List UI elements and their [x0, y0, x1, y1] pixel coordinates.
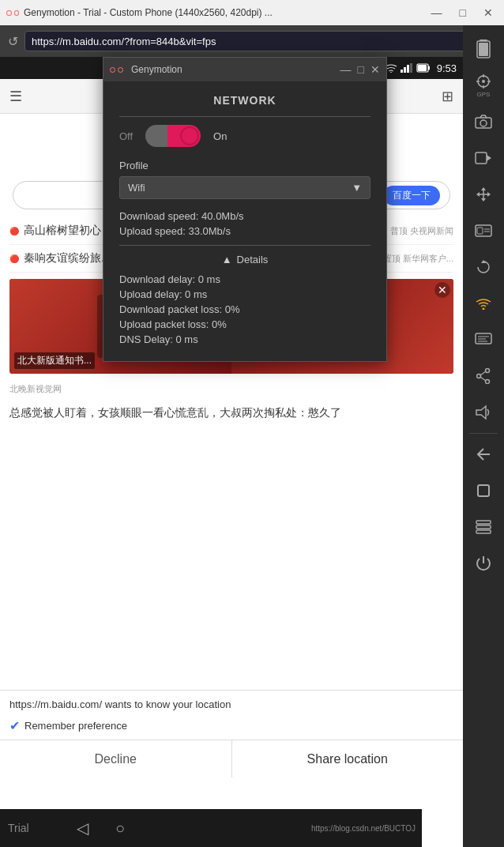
network-section-title: NETWORK — [119, 94, 370, 107]
bottom-url-area: https://blog.csdn.net/BUCTOJ — [139, 824, 422, 833]
status-icons: 9:53 — [385, 62, 457, 74]
svg-rect-39 — [476, 530, 491, 533]
svg-rect-19 — [476, 225, 491, 236]
details-toggle-button[interactable]: ▲ Details — [119, 254, 370, 265]
remember-preference-label: Remember preference — [24, 720, 127, 732]
hardware-overview-icon[interactable] — [466, 510, 501, 544]
gps-label: GPS — [477, 91, 491, 98]
svg-rect-41 — [401, 70, 403, 73]
network-toggle-row: Off On — [119, 125, 370, 147]
window-controls: — □ ✕ — [427, 5, 498, 21]
back-button[interactable]: ◁ — [63, 809, 101, 847]
home-button[interactable]: ○ — [101, 809, 139, 847]
long-news-item[interactable]: 总感觉被人盯着，女孩顺眼一看心慌意乱，大叔两次掏私处：憨久了 — [0, 398, 463, 427]
circle-icon-2 — [14, 10, 20, 16]
tabs-grid-icon[interactable]: ⊞ — [442, 88, 453, 105]
image-news-close-button[interactable]: ✕ — [434, 282, 450, 298]
svg-line-33 — [480, 377, 486, 381]
battery-status-icon — [416, 63, 431, 73]
volume-icon[interactable] — [466, 395, 501, 430]
reload-icon[interactable]: ↺ — [8, 34, 18, 49]
battery-icon[interactable] — [466, 32, 501, 66]
profile-label: Profile — [119, 160, 370, 171]
download-speed-label: Download speed: 40.0Mb/s — [119, 210, 370, 222]
id-card-icon[interactable] — [466, 213, 501, 248]
url-text: https://m.baidu.com/?from=844b&vit=fps — [32, 36, 216, 47]
svg-point-4 — [482, 80, 485, 83]
svg-point-40 — [390, 72, 392, 73]
svg-rect-46 — [428, 66, 430, 70]
share-location-button[interactable]: Share location — [232, 740, 464, 777]
close-window-button[interactable]: ✕ — [479, 5, 498, 21]
minimize-button[interactable]: — — [427, 5, 447, 21]
details-section: Download delay: 0 ms Upload delay: 0 ms … — [119, 273, 370, 345]
details-arrow-icon: ▲ — [222, 254, 232, 265]
remember-preference-row[interactable]: ✔ Remember preference — [0, 715, 463, 740]
toggle-off-label: Off — [119, 130, 133, 142]
hardware-home-icon[interactable] — [466, 473, 501, 508]
network-wifi-icon[interactable] — [466, 286, 501, 321]
gps-icon[interactable]: GPS — [466, 68, 501, 103]
network-toggle[interactable] — [145, 125, 201, 147]
decline-button[interactable]: Decline — [0, 740, 232, 777]
bottom-nav-bar: Trial ◁ ○ https://blog.csdn.net/BUCTOJ — [0, 809, 422, 847]
sidebar-divider — [469, 433, 498, 434]
svg-marker-12 — [487, 155, 491, 161]
clock-display: 9:53 — [437, 62, 457, 74]
image-news-source: 北晚新视觉网 — [0, 380, 463, 398]
svg-rect-44 — [410, 63, 412, 73]
network-dialog: Genymotion — □ ✕ NETWORK Off On Profile … — [103, 57, 387, 362]
upload-speed-label: Upload speed: 33.0Mb/s — [119, 225, 370, 237]
svg-point-10 — [480, 120, 487, 126]
dialog-app-name: Genymotion — [131, 64, 336, 75]
power-icon[interactable] — [466, 546, 501, 581]
svg-marker-17 — [476, 192, 480, 197]
video-icon[interactable] — [466, 141, 501, 175]
hamburger-menu-icon[interactable]: ☰ — [9, 88, 22, 105]
svg-rect-42 — [404, 67, 406, 73]
profile-section: Profile Wifi ▼ — [119, 160, 370, 199]
trial-label-area: Trial — [0, 822, 63, 834]
camera-icon[interactable] — [466, 104, 501, 139]
bottom-url-text: https://blog.csdn.net/BUCTOJ — [311, 824, 416, 833]
maximize-button[interactable]: □ — [455, 5, 471, 21]
messages-icon[interactable] — [466, 322, 501, 357]
window-title-bar: Genymotion - Trial - Custom Phone (1440x… — [0, 0, 504, 25]
toggle-on-label: On — [213, 130, 227, 142]
upload-packet-loss-label: Upload packet loss: 0% — [119, 318, 370, 330]
dialog-title-icons — [110, 67, 123, 73]
circle-icon-1 — [6, 10, 12, 16]
svg-rect-43 — [407, 65, 409, 73]
svg-rect-11 — [476, 152, 487, 164]
dialog-close-button[interactable]: ✕ — [370, 63, 380, 76]
news-red-icon-1: 🔴 — [9, 227, 19, 235]
svg-marker-15 — [481, 187, 486, 190]
dialog-divider-1 — [119, 116, 370, 117]
speed-info: Download speed: 40.0Mb/s Upload speed: 3… — [119, 210, 370, 237]
svg-rect-38 — [476, 525, 491, 529]
url-box[interactable]: https://m.baidu.com/?from=844b&vit=fps — [24, 31, 496, 51]
svg-rect-47 — [418, 65, 427, 71]
dialog-circle-1 — [110, 67, 115, 73]
download-delay-label: Download delay: 0 ms — [119, 273, 370, 285]
address-bar: ↺ https://m.baidu.com/?from=844b&vit=fps — [0, 25, 504, 57]
move-icon[interactable] — [466, 177, 501, 212]
profile-dropdown[interactable]: Wifi ▼ — [119, 176, 370, 199]
location-message: https://m.baidu.com/ wants to know your … — [0, 691, 463, 715]
profile-value: Wifi — [128, 182, 145, 194]
dialog-maximize-button[interactable]: □ — [358, 63, 364, 76]
hardware-back-icon[interactable] — [466, 437, 501, 472]
search-button[interactable]: 百度一下 — [383, 186, 440, 205]
dialog-minimize-button[interactable]: — — [340, 63, 352, 76]
svg-rect-36 — [478, 485, 489, 496]
share-icon[interactable] — [466, 359, 501, 393]
svg-point-24 — [483, 308, 485, 311]
checkbox-checked-icon[interactable]: ✔ — [9, 718, 20, 733]
svg-marker-34 — [476, 406, 486, 419]
news-source-1: 普顶 央视网新闻 — [390, 225, 453, 237]
window-icon — [6, 6, 19, 19]
svg-rect-2 — [479, 43, 488, 56]
news-source-2: 置顶 新华网客户... — [383, 253, 453, 265]
rotate-icon[interactable] — [466, 250, 501, 284]
svg-marker-18 — [487, 192, 491, 197]
